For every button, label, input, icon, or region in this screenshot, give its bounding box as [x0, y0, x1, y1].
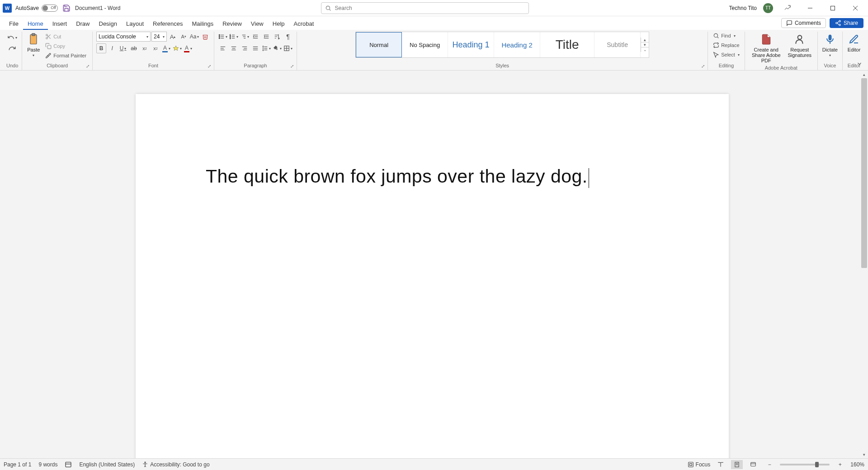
shrink-font-button[interactable]: A▾	[179, 32, 189, 42]
highlight-button[interactable]	[172, 43, 182, 53]
minimize-button[interactable]	[802, 2, 818, 14]
accessibility-status[interactable]: Accessibility: Good to go	[142, 461, 209, 468]
change-case-button[interactable]: Aa	[189, 32, 199, 42]
bullets-button[interactable]	[218, 32, 228, 42]
styles-scroll-down[interactable]: ▾	[641, 42, 649, 47]
tab-insert[interactable]: Insert	[48, 19, 72, 30]
scroll-thumb[interactable]	[861, 78, 867, 268]
strikethrough-button[interactable]: ab	[129, 43, 139, 53]
italic-button[interactable]: I	[107, 43, 117, 53]
font-dialog-launcher[interactable]: ⤢	[208, 64, 213, 69]
zoom-in-button[interactable]: +	[834, 460, 846, 469]
redo-button[interactable]	[7, 43, 17, 53]
tab-references[interactable]: References	[148, 19, 187, 30]
document-body[interactable]: The quick brown fox jumps over the lazy …	[136, 94, 729, 260]
underline-button[interactable]: U	[118, 43, 128, 53]
zoom-level[interactable]: 160%	[850, 461, 864, 468]
show-marks-button[interactable]: ¶	[283, 32, 293, 42]
styles-scroll-up[interactable]: ▴	[641, 38, 649, 42]
dictate-button[interactable]: Dictate ▾	[821, 32, 839, 58]
numbering-button[interactable]: 123	[229, 32, 239, 42]
style-heading-1[interactable]: Heading 1	[448, 32, 494, 57]
style-title[interactable]: Title	[540, 32, 594, 57]
zoom-out-button[interactable]: −	[764, 460, 775, 469]
request-signatures-button[interactable]: Request Signatures	[786, 32, 814, 59]
page-indicator[interactable]: Page 1 of 1	[4, 461, 31, 468]
styles-expand[interactable]: ⌄	[641, 47, 649, 52]
focus-mode-button[interactable]: Focus	[688, 461, 711, 468]
superscript-button[interactable]: x2	[151, 43, 160, 53]
shading-button[interactable]	[272, 43, 282, 53]
editor-button[interactable]: Editor	[846, 32, 862, 53]
paste-button[interactable]: Paste ▾	[26, 32, 41, 58]
bold-button[interactable]: B	[96, 43, 106, 53]
autosave-switch[interactable]: Off	[42, 5, 58, 12]
align-center-button[interactable]	[229, 43, 239, 53]
create-share-pdf-button[interactable]: Create and Share Adobe PDF	[749, 32, 784, 64]
cut-button[interactable]: Cut	[44, 33, 62, 41]
autosave-toggle[interactable]: AutoSave Off	[15, 5, 58, 12]
tab-layout[interactable]: Layout	[122, 19, 148, 30]
line-spacing-button[interactable]	[261, 43, 271, 53]
justify-button[interactable]	[250, 43, 260, 53]
save-icon[interactable]	[62, 4, 71, 12]
clear-formatting-button[interactable]	[200, 32, 210, 42]
close-button[interactable]	[847, 2, 863, 14]
font-size-combo[interactable]: 24▾	[151, 32, 167, 42]
web-layout-button[interactable]	[747, 460, 759, 469]
tab-acrobat[interactable]: Acrobat	[289, 19, 319, 30]
tab-view[interactable]: View	[246, 19, 268, 30]
scroll-down-button[interactable]: ▾	[860, 451, 868, 458]
find-button[interactable]: Find	[712, 32, 736, 40]
font-color-red-button[interactable]: A	[183, 43, 193, 53]
style-subtitle[interactable]: Subtitle	[594, 32, 641, 57]
style-heading-2[interactable]: Heading 2	[494, 32, 540, 57]
tab-home[interactable]: Home	[23, 19, 48, 30]
search-box[interactable]: Search	[321, 2, 529, 14]
multilevel-list-button[interactable]	[240, 32, 250, 42]
zoom-slider[interactable]	[780, 464, 830, 465]
style-no-spacing[interactable]: No Spacing	[402, 32, 448, 57]
subscript-button[interactable]: x2	[140, 43, 150, 53]
align-left-button[interactable]	[218, 43, 228, 53]
language-indicator[interactable]: English (United States)	[79, 461, 135, 468]
comments-button[interactable]: Comments	[781, 18, 826, 28]
select-button[interactable]: Select	[712, 51, 741, 59]
font-color-button[interactable]: A	[161, 43, 171, 53]
tab-mailings[interactable]: Mailings	[188, 19, 218, 30]
scroll-track[interactable]	[860, 78, 868, 451]
word-count[interactable]: 9 words	[38, 461, 57, 468]
grow-font-button[interactable]: A▴	[168, 32, 178, 42]
tab-draw[interactable]: Draw	[71, 19, 94, 30]
tab-review[interactable]: Review	[218, 19, 246, 30]
decrease-indent-button[interactable]	[250, 32, 260, 42]
increase-indent-button[interactable]	[261, 32, 271, 42]
format-painter-button[interactable]: Format Painter	[44, 52, 88, 60]
page[interactable]: The quick brown fox jumps over the lazy …	[136, 94, 729, 458]
print-layout-button[interactable]	[731, 460, 743, 469]
styles-dialog-launcher[interactable]: ⤢	[701, 64, 707, 69]
spellcheck-icon[interactable]	[65, 461, 72, 468]
maximize-button[interactable]	[825, 2, 841, 14]
tab-help[interactable]: Help	[268, 19, 289, 30]
share-button[interactable]: Share	[830, 18, 863, 28]
tab-design[interactable]: Design	[94, 19, 122, 30]
user-avatar[interactable]: TT	[763, 3, 773, 13]
read-mode-button[interactable]	[715, 460, 726, 469]
align-right-button[interactable]	[240, 43, 250, 53]
ribbon-mode-icon[interactable]	[779, 2, 796, 14]
paragraph-dialog-launcher[interactable]: ⤢	[290, 64, 296, 69]
user-name[interactable]: Techno Tito	[729, 5, 757, 11]
undo-button[interactable]	[7, 33, 17, 42]
replace-button[interactable]: Replace	[712, 41, 741, 49]
zoom-slider-thumb[interactable]	[815, 462, 819, 467]
clipboard-dialog-launcher[interactable]: ⤢	[86, 64, 91, 69]
document-title[interactable]: Document1 - Word	[75, 5, 121, 11]
scroll-up-button[interactable]: ▴	[860, 70, 868, 78]
borders-button[interactable]	[283, 43, 293, 53]
font-name-combo[interactable]: Lucida Console▾	[96, 32, 151, 42]
collapse-ribbon-button[interactable]	[856, 61, 864, 69]
tab-file[interactable]: File	[5, 19, 23, 30]
copy-button[interactable]: Copy	[44, 42, 66, 50]
sort-button[interactable]	[272, 32, 282, 42]
